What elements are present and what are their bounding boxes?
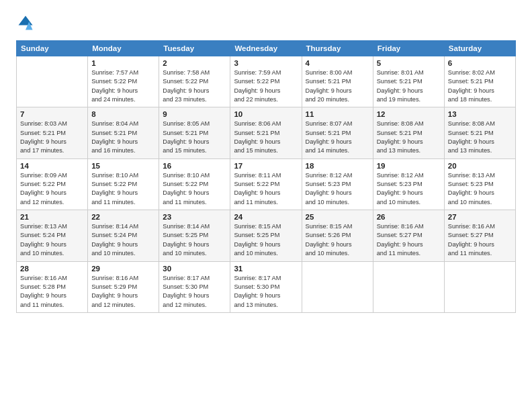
day-number: 12 [377, 110, 441, 118]
day-cell: 1Sunrise: 7:57 AM Sunset: 5:22 PM Daylig… [88, 56, 159, 107]
calendar: SundayMondayTuesdayWednesdayThursdayFrid… [16, 40, 516, 313]
logo [16, 13, 38, 32]
day-cell: 23Sunrise: 8:14 AM Sunset: 5:25 PM Dayli… [159, 210, 230, 261]
day-info: Sunrise: 8:14 AM Sunset: 5:24 PM Dayligh… [91, 222, 155, 258]
day-cell: 28Sunrise: 8:16 AM Sunset: 5:28 PM Dayli… [17, 261, 88, 312]
day-cell: 4Sunrise: 8:00 AM Sunset: 5:21 PM Daylig… [302, 56, 373, 107]
week-row-0: 1Sunrise: 7:57 AM Sunset: 5:22 PM Daylig… [17, 56, 516, 107]
day-cell: 24Sunrise: 8:15 AM Sunset: 5:25 PM Dayli… [230, 210, 302, 261]
day-info: Sunrise: 8:17 AM Sunset: 5:30 PM Dayligh… [234, 274, 298, 310]
day-number: 2 [163, 59, 226, 67]
day-cell: 29Sunrise: 8:16 AM Sunset: 5:29 PM Dayli… [88, 261, 159, 312]
day-number: 31 [234, 265, 298, 273]
day-cell: 7Sunrise: 8:03 AM Sunset: 5:21 PM Daylig… [17, 107, 88, 158]
day-cell: 11Sunrise: 8:07 AM Sunset: 5:21 PM Dayli… [302, 107, 373, 158]
day-number: 26 [377, 213, 441, 221]
day-number: 29 [91, 265, 155, 273]
day-info: Sunrise: 8:15 AM Sunset: 5:26 PM Dayligh… [306, 222, 369, 258]
day-cell [302, 261, 373, 312]
day-info: Sunrise: 8:05 AM Sunset: 5:21 PM Dayligh… [163, 120, 226, 155]
day-cell: 8Sunrise: 8:04 AM Sunset: 5:21 PM Daylig… [88, 107, 159, 158]
day-number: 3 [234, 59, 298, 67]
day-info: Sunrise: 8:16 AM Sunset: 5:29 PM Dayligh… [91, 274, 155, 310]
day-cell: 31Sunrise: 8:17 AM Sunset: 5:30 PM Dayli… [230, 261, 302, 312]
header [16, 13, 516, 32]
day-info: Sunrise: 8:10 AM Sunset: 5:22 PM Dayligh… [91, 171, 155, 207]
day-number: 11 [306, 110, 369, 118]
day-number: 9 [163, 110, 226, 118]
day-info: Sunrise: 8:11 AM Sunset: 5:22 PM Dayligh… [234, 171, 298, 207]
day-number: 22 [91, 213, 155, 221]
day-cell [17, 56, 88, 107]
day-info: Sunrise: 8:17 AM Sunset: 5:30 PM Dayligh… [163, 274, 226, 310]
day-cell: 22Sunrise: 8:14 AM Sunset: 5:24 PM Dayli… [88, 210, 159, 261]
day-cell: 17Sunrise: 8:11 AM Sunset: 5:22 PM Dayli… [230, 158, 302, 210]
day-number: 24 [234, 213, 298, 221]
day-cell: 15Sunrise: 8:10 AM Sunset: 5:22 PM Dayli… [88, 158, 159, 210]
day-number: 17 [234, 162, 298, 170]
day-number: 16 [163, 162, 226, 170]
weekday-header-thursday: Thursday [302, 41, 373, 56]
day-cell: 2Sunrise: 7:58 AM Sunset: 5:22 PM Daylig… [159, 56, 230, 107]
day-number: 19 [377, 162, 441, 170]
day-info: Sunrise: 8:02 AM Sunset: 5:21 PM Dayligh… [448, 68, 512, 104]
week-row-2: 14Sunrise: 8:09 AM Sunset: 5:22 PM Dayli… [17, 158, 516, 210]
day-cell [373, 261, 444, 312]
day-number: 21 [20, 213, 84, 221]
day-cell: 14Sunrise: 8:09 AM Sunset: 5:22 PM Dayli… [17, 158, 88, 210]
day-info: Sunrise: 7:59 AM Sunset: 5:22 PM Dayligh… [234, 68, 298, 104]
day-cell: 18Sunrise: 8:12 AM Sunset: 5:23 PM Dayli… [302, 158, 373, 210]
day-cell: 5Sunrise: 8:01 AM Sunset: 5:21 PM Daylig… [373, 56, 444, 107]
day-number: 27 [448, 213, 512, 221]
day-cell [444, 261, 515, 312]
day-number: 7 [20, 110, 84, 118]
day-info: Sunrise: 8:16 AM Sunset: 5:27 PM Dayligh… [448, 222, 512, 258]
day-number: 10 [234, 110, 298, 118]
day-info: Sunrise: 8:03 AM Sunset: 5:21 PM Dayligh… [20, 120, 84, 155]
day-info: Sunrise: 8:12 AM Sunset: 5:23 PM Dayligh… [377, 171, 441, 207]
day-number: 4 [306, 59, 369, 67]
logo-icon [16, 13, 35, 32]
day-cell: 30Sunrise: 8:17 AM Sunset: 5:30 PM Dayli… [159, 261, 230, 312]
day-cell: 20Sunrise: 8:13 AM Sunset: 5:23 PM Dayli… [444, 158, 515, 210]
weekday-header-row: SundayMondayTuesdayWednesdayThursdayFrid… [17, 41, 516, 56]
day-cell: 6Sunrise: 8:02 AM Sunset: 5:21 PM Daylig… [444, 56, 515, 107]
day-info: Sunrise: 8:01 AM Sunset: 5:21 PM Dayligh… [377, 68, 441, 104]
svg-marker-0 [19, 16, 33, 26]
day-cell: 21Sunrise: 8:13 AM Sunset: 5:24 PM Dayli… [17, 210, 88, 261]
day-number: 25 [306, 213, 369, 221]
week-row-4: 28Sunrise: 8:16 AM Sunset: 5:28 PM Dayli… [17, 261, 516, 312]
weekday-header-sunday: Sunday [17, 41, 88, 56]
weekday-header-tuesday: Tuesday [159, 41, 230, 56]
day-number: 6 [448, 59, 512, 67]
weekday-header-monday: Monday [88, 41, 159, 56]
day-number: 20 [448, 162, 512, 170]
day-cell: 19Sunrise: 8:12 AM Sunset: 5:23 PM Dayli… [373, 158, 444, 210]
day-info: Sunrise: 8:14 AM Sunset: 5:25 PM Dayligh… [163, 222, 226, 258]
day-number: 30 [163, 265, 226, 273]
day-number: 18 [306, 162, 369, 170]
day-cell: 13Sunrise: 8:08 AM Sunset: 5:21 PM Dayli… [444, 107, 515, 158]
day-cell: 25Sunrise: 8:15 AM Sunset: 5:26 PM Dayli… [302, 210, 373, 261]
weekday-header-saturday: Saturday [444, 41, 515, 56]
day-number: 5 [377, 59, 441, 67]
day-number: 15 [91, 162, 155, 170]
day-info: Sunrise: 8:07 AM Sunset: 5:21 PM Dayligh… [306, 120, 369, 155]
page: SundayMondayTuesdayWednesdayThursdayFrid… [0, 0, 532, 411]
day-cell: 10Sunrise: 8:06 AM Sunset: 5:21 PM Dayli… [230, 107, 302, 158]
day-info: Sunrise: 8:09 AM Sunset: 5:22 PM Dayligh… [20, 171, 84, 207]
day-info: Sunrise: 8:08 AM Sunset: 5:21 PM Dayligh… [448, 120, 512, 155]
day-number: 28 [20, 265, 84, 273]
day-number: 13 [448, 110, 512, 118]
week-row-1: 7Sunrise: 8:03 AM Sunset: 5:21 PM Daylig… [17, 107, 516, 158]
day-cell: 9Sunrise: 8:05 AM Sunset: 5:21 PM Daylig… [159, 107, 230, 158]
day-cell: 12Sunrise: 8:08 AM Sunset: 5:21 PM Dayli… [373, 107, 444, 158]
day-info: Sunrise: 8:10 AM Sunset: 5:22 PM Dayligh… [163, 171, 226, 207]
day-info: Sunrise: 8:04 AM Sunset: 5:21 PM Dayligh… [91, 120, 155, 155]
day-info: Sunrise: 8:16 AM Sunset: 5:28 PM Dayligh… [20, 274, 84, 310]
day-info: Sunrise: 7:58 AM Sunset: 5:22 PM Dayligh… [163, 68, 226, 104]
weekday-header-wednesday: Wednesday [230, 41, 302, 56]
day-number: 1 [91, 59, 155, 67]
day-cell: 16Sunrise: 8:10 AM Sunset: 5:22 PM Dayli… [159, 158, 230, 210]
day-info: Sunrise: 8:08 AM Sunset: 5:21 PM Dayligh… [377, 120, 441, 155]
